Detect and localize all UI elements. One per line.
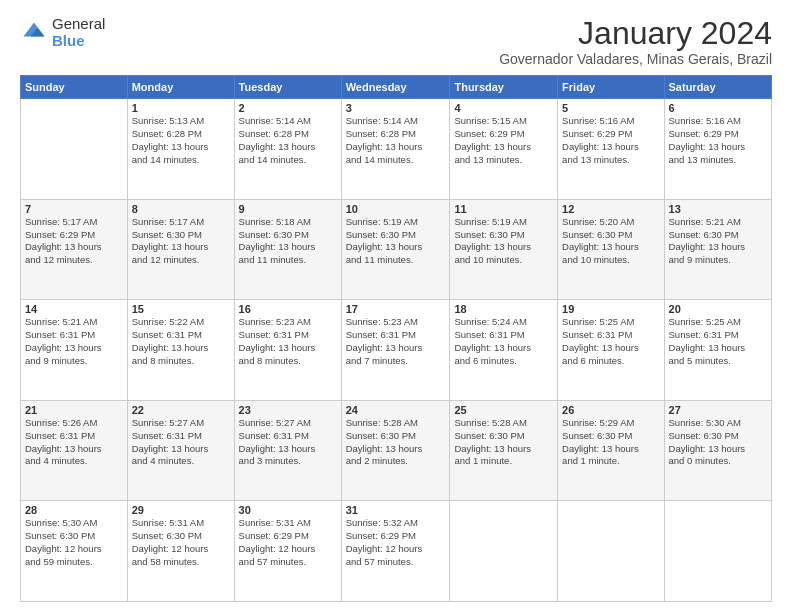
col-monday: Monday — [127, 76, 234, 99]
day-number: 11 — [454, 203, 553, 215]
table-cell: 12Sunrise: 5:20 AM Sunset: 6:30 PM Dayli… — [558, 199, 664, 300]
day-number: 23 — [239, 404, 337, 416]
calendar-header-row: Sunday Monday Tuesday Wednesday Thursday… — [21, 76, 772, 99]
day-info: Sunrise: 5:16 AM Sunset: 6:29 PM Dayligh… — [562, 115, 659, 166]
page: General Blue January 2024 Governador Val… — [0, 0, 792, 612]
table-cell — [664, 501, 771, 602]
day-info: Sunrise: 5:24 AM Sunset: 6:31 PM Dayligh… — [454, 316, 553, 367]
title-block: January 2024 Governador Valadares, Minas… — [499, 16, 772, 67]
logo-icon — [20, 19, 48, 47]
table-cell: 4Sunrise: 5:15 AM Sunset: 6:29 PM Daylig… — [450, 99, 558, 200]
logo-blue: Blue — [52, 33, 105, 50]
table-row: 21Sunrise: 5:26 AM Sunset: 6:31 PM Dayli… — [21, 400, 772, 501]
table-row: 14Sunrise: 5:21 AM Sunset: 6:31 PM Dayli… — [21, 300, 772, 401]
col-wednesday: Wednesday — [341, 76, 450, 99]
day-number: 13 — [669, 203, 767, 215]
main-title: January 2024 — [499, 16, 772, 51]
day-info: Sunrise: 5:28 AM Sunset: 6:30 PM Dayligh… — [454, 417, 553, 468]
table-cell: 22Sunrise: 5:27 AM Sunset: 6:31 PM Dayli… — [127, 400, 234, 501]
day-info: Sunrise: 5:27 AM Sunset: 6:31 PM Dayligh… — [239, 417, 337, 468]
day-number: 3 — [346, 102, 446, 114]
day-number: 12 — [562, 203, 659, 215]
day-number: 29 — [132, 504, 230, 516]
table-cell: 10Sunrise: 5:19 AM Sunset: 6:30 PM Dayli… — [341, 199, 450, 300]
day-number: 22 — [132, 404, 230, 416]
day-number: 15 — [132, 303, 230, 315]
table-cell: 26Sunrise: 5:29 AM Sunset: 6:30 PM Dayli… — [558, 400, 664, 501]
day-info: Sunrise: 5:28 AM Sunset: 6:30 PM Dayligh… — [346, 417, 446, 468]
day-number: 27 — [669, 404, 767, 416]
day-info: Sunrise: 5:15 AM Sunset: 6:29 PM Dayligh… — [454, 115, 553, 166]
table-cell — [21, 99, 128, 200]
day-number: 30 — [239, 504, 337, 516]
logo-text: General Blue — [52, 16, 105, 49]
col-sunday: Sunday — [21, 76, 128, 99]
subtitle: Governador Valadares, Minas Gerais, Braz… — [499, 51, 772, 67]
table-cell: 25Sunrise: 5:28 AM Sunset: 6:30 PM Dayli… — [450, 400, 558, 501]
table-cell: 17Sunrise: 5:23 AM Sunset: 6:31 PM Dayli… — [341, 300, 450, 401]
day-number: 10 — [346, 203, 446, 215]
table-cell: 27Sunrise: 5:30 AM Sunset: 6:30 PM Dayli… — [664, 400, 771, 501]
header: General Blue January 2024 Governador Val… — [20, 16, 772, 67]
table-row: 7Sunrise: 5:17 AM Sunset: 6:29 PM Daylig… — [21, 199, 772, 300]
day-info: Sunrise: 5:30 AM Sunset: 6:30 PM Dayligh… — [669, 417, 767, 468]
day-info: Sunrise: 5:25 AM Sunset: 6:31 PM Dayligh… — [562, 316, 659, 367]
day-info: Sunrise: 5:20 AM Sunset: 6:30 PM Dayligh… — [562, 216, 659, 267]
table-row: 1Sunrise: 5:13 AM Sunset: 6:28 PM Daylig… — [21, 99, 772, 200]
day-number: 7 — [25, 203, 123, 215]
day-number: 19 — [562, 303, 659, 315]
day-info: Sunrise: 5:29 AM Sunset: 6:30 PM Dayligh… — [562, 417, 659, 468]
table-cell: 14Sunrise: 5:21 AM Sunset: 6:31 PM Dayli… — [21, 300, 128, 401]
logo-general: General — [52, 16, 105, 33]
col-tuesday: Tuesday — [234, 76, 341, 99]
day-number: 21 — [25, 404, 123, 416]
table-cell: 18Sunrise: 5:24 AM Sunset: 6:31 PM Dayli… — [450, 300, 558, 401]
table-cell: 1Sunrise: 5:13 AM Sunset: 6:28 PM Daylig… — [127, 99, 234, 200]
table-cell — [558, 501, 664, 602]
day-number: 1 — [132, 102, 230, 114]
day-number: 8 — [132, 203, 230, 215]
day-info: Sunrise: 5:26 AM Sunset: 6:31 PM Dayligh… — [25, 417, 123, 468]
day-number: 26 — [562, 404, 659, 416]
day-number: 25 — [454, 404, 553, 416]
table-cell: 8Sunrise: 5:17 AM Sunset: 6:30 PM Daylig… — [127, 199, 234, 300]
table-cell: 7Sunrise: 5:17 AM Sunset: 6:29 PM Daylig… — [21, 199, 128, 300]
table-cell: 16Sunrise: 5:23 AM Sunset: 6:31 PM Dayli… — [234, 300, 341, 401]
calendar-table: Sunday Monday Tuesday Wednesday Thursday… — [20, 75, 772, 602]
day-info: Sunrise: 5:30 AM Sunset: 6:30 PM Dayligh… — [25, 517, 123, 568]
day-number: 9 — [239, 203, 337, 215]
day-number: 6 — [669, 102, 767, 114]
day-number: 5 — [562, 102, 659, 114]
day-info: Sunrise: 5:32 AM Sunset: 6:29 PM Dayligh… — [346, 517, 446, 568]
day-info: Sunrise: 5:18 AM Sunset: 6:30 PM Dayligh… — [239, 216, 337, 267]
day-info: Sunrise: 5:14 AM Sunset: 6:28 PM Dayligh… — [346, 115, 446, 166]
day-info: Sunrise: 5:31 AM Sunset: 6:29 PM Dayligh… — [239, 517, 337, 568]
table-cell: 29Sunrise: 5:31 AM Sunset: 6:30 PM Dayli… — [127, 501, 234, 602]
day-info: Sunrise: 5:17 AM Sunset: 6:30 PM Dayligh… — [132, 216, 230, 267]
table-cell: 20Sunrise: 5:25 AM Sunset: 6:31 PM Dayli… — [664, 300, 771, 401]
day-number: 31 — [346, 504, 446, 516]
day-info: Sunrise: 5:27 AM Sunset: 6:31 PM Dayligh… — [132, 417, 230, 468]
day-info: Sunrise: 5:22 AM Sunset: 6:31 PM Dayligh… — [132, 316, 230, 367]
col-saturday: Saturday — [664, 76, 771, 99]
day-number: 16 — [239, 303, 337, 315]
table-cell: 31Sunrise: 5:32 AM Sunset: 6:29 PM Dayli… — [341, 501, 450, 602]
col-friday: Friday — [558, 76, 664, 99]
day-info: Sunrise: 5:14 AM Sunset: 6:28 PM Dayligh… — [239, 115, 337, 166]
day-info: Sunrise: 5:16 AM Sunset: 6:29 PM Dayligh… — [669, 115, 767, 166]
table-cell: 9Sunrise: 5:18 AM Sunset: 6:30 PM Daylig… — [234, 199, 341, 300]
logo: General Blue — [20, 16, 105, 49]
day-info: Sunrise: 5:21 AM Sunset: 6:31 PM Dayligh… — [25, 316, 123, 367]
table-cell: 23Sunrise: 5:27 AM Sunset: 6:31 PM Dayli… — [234, 400, 341, 501]
day-number: 24 — [346, 404, 446, 416]
day-number: 17 — [346, 303, 446, 315]
day-number: 14 — [25, 303, 123, 315]
day-info: Sunrise: 5:31 AM Sunset: 6:30 PM Dayligh… — [132, 517, 230, 568]
table-cell: 2Sunrise: 5:14 AM Sunset: 6:28 PM Daylig… — [234, 99, 341, 200]
table-cell: 19Sunrise: 5:25 AM Sunset: 6:31 PM Dayli… — [558, 300, 664, 401]
day-info: Sunrise: 5:23 AM Sunset: 6:31 PM Dayligh… — [239, 316, 337, 367]
table-cell: 21Sunrise: 5:26 AM Sunset: 6:31 PM Dayli… — [21, 400, 128, 501]
table-cell: 30Sunrise: 5:31 AM Sunset: 6:29 PM Dayli… — [234, 501, 341, 602]
table-cell — [450, 501, 558, 602]
day-number: 28 — [25, 504, 123, 516]
